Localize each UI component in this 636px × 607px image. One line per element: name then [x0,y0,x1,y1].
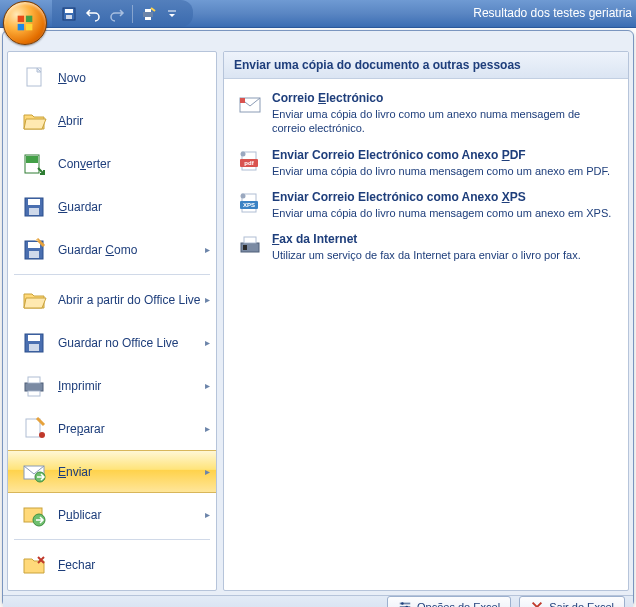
menu-item-print[interactable]: Imprimir▸ [8,364,216,407]
menu-item-send[interactable]: Enviar▸ [8,450,216,493]
prepare-icon [18,413,50,445]
svg-text:XPS: XPS [243,202,255,208]
convert-icon [18,148,50,180]
menu-item-openlive[interactable]: Abrir a partir do Office Live▸ [8,278,216,321]
customize-qat-icon [167,9,177,19]
menu-item-convert[interactable]: Converter [8,142,216,185]
office-menu-footer: Opções do Excel Sair do Excel [3,595,633,607]
publish-icon [18,499,50,531]
fax-icon [236,232,264,260]
svg-rect-18 [28,242,40,248]
save-icon [61,6,77,22]
office-button[interactable] [3,1,47,45]
send-option-email[interactable]: Correio ElectrónicoEnviar uma cópia do l… [232,85,620,142]
submenu-arrow-icon: ▸ [205,294,210,305]
menu-item-save[interactable]: Guardar [8,185,216,228]
submenu-arrow-icon: ▸ [205,466,210,477]
open-icon [18,105,50,137]
send-option-xps[interactable]: XPSEnviar Correio Electrónico como Anexo… [232,184,620,226]
menu-item-open[interactable]: Abrir [8,99,216,142]
menu-item-prepare[interactable]: Preparar▸ [8,407,216,450]
svg-rect-6 [66,15,72,19]
qat-undo-button[interactable] [82,3,104,25]
svg-rect-5 [65,9,73,13]
svg-rect-2 [18,24,24,30]
submenu-arrow-icon: ▸ [205,509,210,520]
send-option-text: Fax da InternetUtilizar um serviço de fa… [272,232,581,262]
menu-item-new[interactable]: Novo [8,56,216,99]
svg-text:pdf: pdf [244,160,254,166]
excel-options-button[interactable]: Opções do Excel [387,596,511,607]
svg-rect-24 [28,377,40,383]
send-option-desc: Utilizar um serviço de fax da Internet p… [272,248,581,262]
menu-item-label: Preparar [58,422,105,436]
menu-item-saveas[interactable]: Guardar Como▸ [8,228,216,271]
svg-point-27 [39,432,45,438]
svg-rect-8 [145,9,151,12]
right-submenu-pane: Enviar uma cópia do documento a outras p… [223,51,629,591]
office-menu: NovoAbrirConverterGuardarGuardar Como▸Ab… [2,30,634,607]
send-option-text: Correio ElectrónicoEnviar uma cópia do l… [272,91,616,136]
send-option-fax[interactable]: Fax da InternetUtilizar um serviço de fa… [232,226,620,268]
svg-rect-1 [26,16,32,22]
save-icon [18,191,50,223]
submenu-arrow-icon: ▸ [205,423,210,434]
send-option-text: Enviar Correio Electrónico como Anexo XP… [272,190,611,220]
openlive-icon [18,284,50,316]
menu-item-label: Guardar [58,200,102,214]
left-menu-pane: NovoAbrirConverterGuardarGuardar Como▸Ab… [7,51,217,591]
menu-item-label: Publicar [58,508,101,522]
qat-redo-button[interactable] [106,3,128,25]
submenu-arrow-icon: ▸ [205,380,210,391]
svg-rect-15 [28,199,40,205]
menu-item-publish[interactable]: Publicar▸ [8,493,216,536]
send-option-title: Correio Electrónico [272,91,616,105]
office-button-wrap [3,1,47,45]
qat-customize-button[interactable] [161,3,183,25]
svg-point-48 [401,602,404,605]
send-option-title: Fax da Internet [272,232,581,246]
title-bar: Resultado dos testes geriatria [0,0,636,28]
svg-rect-26 [26,419,40,437]
send-option-text: Enviar Correio Electrónico como Anexo PD… [272,148,610,178]
excel-options-label: Opções do Excel [417,601,500,607]
saveas-icon [18,234,50,266]
svg-rect-9 [145,17,151,20]
window-title: Resultado dos testes geriatria [473,6,632,20]
office-logo-icon [14,12,36,34]
menu-item-label: Abrir [58,114,83,128]
menu-item-savelive[interactable]: Guardar no Office Live▸ [8,321,216,364]
menu-item-label: Novo [58,71,86,85]
xps-icon: XPS [236,190,264,218]
menu-item-label: Guardar no Office Live [58,336,179,350]
print-icon [18,370,50,402]
exit-excel-button[interactable]: Sair do Excel [519,596,625,607]
send-icon [18,456,50,488]
quick-access-toolbar [52,0,193,27]
submenu-arrow-icon: ▸ [205,244,210,255]
pdf-icon: pdf [236,148,264,176]
savelive-icon [18,327,50,359]
menu-item-close[interactable]: Fechar [8,543,216,586]
menu-separator [14,539,210,540]
qat-separator [132,5,133,23]
svg-rect-44 [243,245,247,250]
svg-rect-23 [25,383,43,391]
exit-excel-label: Sair do Excel [549,601,614,607]
svg-rect-22 [29,344,39,351]
svg-point-41 [241,193,246,198]
exit-icon [530,600,544,607]
menu-item-label: Imprimir [58,379,101,393]
office-menu-body: NovoAbrirConverterGuardarGuardar Como▸Ab… [3,47,633,595]
menu-item-label: Abrir a partir do Office Live [58,293,201,307]
send-option-desc: Enviar uma cópia do livro como um anexo … [272,107,616,136]
new-icon [18,62,50,94]
send-option-pdf[interactable]: pdfEnviar Correio Electrónico como Anexo… [232,142,620,184]
qat-quickprint-button[interactable] [137,3,159,25]
undo-icon [85,6,101,22]
right-panel-header: Enviar uma cópia do documento a outras p… [224,52,628,79]
svg-rect-33 [240,98,245,103]
qat-save-button[interactable] [58,3,80,25]
menu-separator [14,274,210,275]
send-option-title: Enviar Correio Electrónico como Anexo XP… [272,190,611,204]
